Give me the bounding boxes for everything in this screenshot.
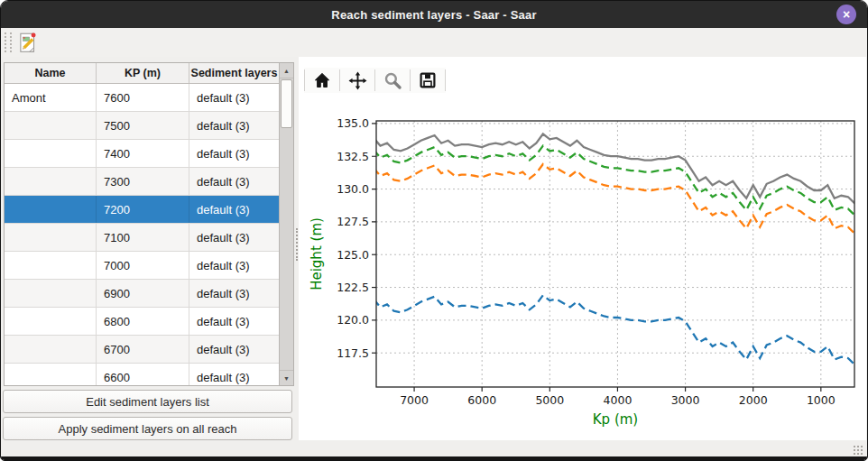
notepad-pencil-icon bbox=[16, 31, 40, 54]
cell-layers: default (3) bbox=[189, 280, 279, 307]
cell-kp: 6700 bbox=[97, 336, 189, 363]
svg-text:120.0: 120.0 bbox=[337, 313, 369, 327]
cell-kp: 7400 bbox=[97, 140, 189, 167]
close-button[interactable]: × bbox=[836, 5, 856, 24]
svg-text:135.0: 135.0 bbox=[337, 116, 369, 130]
cell-name bbox=[5, 112, 97, 139]
cell-layers: default (3) bbox=[189, 196, 279, 223]
table-row[interactable]: 7100default (3) bbox=[5, 223, 279, 251]
scroll-up-icon: ▲ bbox=[283, 68, 290, 74]
cell-name bbox=[5, 196, 97, 223]
table-row[interactable]: 6800default (3) bbox=[5, 307, 279, 335]
svg-text:117.5: 117.5 bbox=[337, 346, 369, 360]
svg-text:122.5: 122.5 bbox=[337, 281, 369, 294]
svg-text:5000: 5000 bbox=[535, 393, 564, 407]
cell-kp: 6600 bbox=[97, 364, 189, 385]
svg-text:6000: 6000 bbox=[467, 393, 496, 407]
cell-name bbox=[5, 336, 97, 363]
reach-sediment-layers-window: Reach sediment layers - Saar - Saar × Na… bbox=[0, 0, 868, 461]
cell-kp: 7600 bbox=[97, 84, 189, 111]
cell-layers: default (3) bbox=[189, 168, 279, 195]
main-toolbar bbox=[1, 28, 867, 57]
table-row[interactable]: 7300default (3) bbox=[5, 167, 279, 195]
window-title: Reach sediment layers - Saar - Saar bbox=[331, 8, 536, 22]
edit-sediment-tool-button[interactable] bbox=[15, 30, 41, 55]
scrollbar-down-button[interactable]: ▼ bbox=[280, 370, 293, 385]
svg-text:130.0: 130.0 bbox=[337, 182, 369, 196]
cell-kp: 6900 bbox=[97, 280, 189, 307]
titlebar[interactable]: Reach sediment layers - Saar - Saar × bbox=[1, 1, 867, 28]
figure-canvas: 7000600050004000300020001000135.0132.513… bbox=[299, 57, 866, 440]
cell-layers: default (3) bbox=[189, 84, 279, 111]
window-resize-grip[interactable] bbox=[853, 445, 863, 455]
plot-pan-button[interactable] bbox=[340, 68, 374, 93]
cell-name bbox=[5, 140, 97, 167]
svg-text:4000: 4000 bbox=[604, 393, 633, 407]
table-header: Name KP (m) Sediment layers bbox=[5, 63, 279, 84]
table-row[interactable]: 6600default (3) bbox=[5, 363, 279, 385]
cell-name bbox=[5, 308, 97, 335]
cell-name bbox=[5, 224, 97, 251]
pan-icon bbox=[348, 71, 367, 90]
cell-layers: default (3) bbox=[189, 364, 279, 385]
cell-name bbox=[5, 280, 97, 307]
cell-kp: 7500 bbox=[97, 112, 189, 139]
toolbar-drag-handle[interactable] bbox=[5, 32, 12, 52]
table-row[interactable]: Amont7600default (3) bbox=[5, 84, 279, 111]
cell-name bbox=[5, 364, 97, 385]
cell-layers: default (3) bbox=[189, 224, 279, 251]
cell-name bbox=[5, 252, 97, 279]
plot-toolbar bbox=[304, 68, 446, 93]
cell-layers: default (3) bbox=[189, 336, 279, 363]
sediment-table-rows: Amont7600default (3)7500default (3)7400d… bbox=[5, 84, 279, 385]
table-row[interactable]: 6900default (3) bbox=[5, 279, 279, 307]
edit-sediment-layers-list-button[interactable]: Edit sediment layers list bbox=[3, 390, 292, 413]
apply-sediment-layers-button[interactable]: Apply sediment layers on all reach bbox=[3, 417, 292, 440]
column-header-name[interactable]: Name bbox=[5, 63, 97, 83]
cell-kp: 7000 bbox=[97, 252, 189, 279]
cell-layers: default (3) bbox=[189, 308, 279, 335]
table-row[interactable]: 6700default (3) bbox=[5, 335, 279, 363]
svg-text:132.5: 132.5 bbox=[337, 150, 369, 163]
cell-kp: 7300 bbox=[97, 168, 189, 195]
svg-text:Kp (m): Kp (m) bbox=[593, 411, 638, 428]
svg-text:3000: 3000 bbox=[671, 393, 700, 407]
column-header-sediment-layers[interactable]: Sediment layers bbox=[189, 63, 279, 83]
home-icon bbox=[313, 71, 331, 89]
scrollbar-up-button[interactable]: ▲ bbox=[280, 63, 293, 78]
table-row[interactable]: 7000default (3) bbox=[5, 251, 279, 279]
magnifier-icon bbox=[383, 71, 402, 90]
svg-text:7000: 7000 bbox=[400, 393, 429, 407]
plot-save-button[interactable] bbox=[411, 68, 445, 93]
close-icon: × bbox=[843, 7, 850, 22]
cell-name bbox=[5, 168, 97, 195]
table-row[interactable]: 7500default (3) bbox=[5, 111, 279, 139]
plot-zoom-button[interactable] bbox=[375, 68, 410, 93]
cell-layers: default (3) bbox=[189, 112, 279, 139]
table-row[interactable]: 7400default (3) bbox=[5, 139, 279, 167]
panel-splitter-handle[interactable] bbox=[296, 228, 298, 261]
cell-layers: default (3) bbox=[189, 252, 279, 279]
svg-text:1000: 1000 bbox=[807, 393, 836, 407]
column-header-kp[interactable]: KP (m) bbox=[97, 63, 189, 83]
profile-chart: 7000600050004000300020001000135.0132.513… bbox=[299, 57, 866, 440]
plot-home-button[interactable] bbox=[305, 68, 339, 93]
save-icon bbox=[419, 71, 437, 89]
cell-layers: default (3) bbox=[189, 140, 279, 167]
cell-kp: 7100 bbox=[97, 224, 189, 251]
svg-text:Height (m): Height (m) bbox=[309, 217, 325, 290]
cell-kp: 6800 bbox=[97, 308, 189, 335]
svg-text:127.5: 127.5 bbox=[337, 215, 369, 228]
svg-text:125.0: 125.0 bbox=[337, 248, 369, 262]
sediment-layers-table: Name KP (m) Sediment layers Amont7600def… bbox=[4, 62, 294, 386]
window-bottom-edge bbox=[1, 456, 867, 460]
scroll-down-icon: ▼ bbox=[283, 375, 290, 382]
cell-name: Amont bbox=[5, 84, 97, 111]
scrollbar-thumb[interactable] bbox=[281, 79, 292, 128]
svg-text:2000: 2000 bbox=[739, 393, 768, 407]
cell-kp: 7200 bbox=[97, 196, 189, 223]
table-row[interactable]: 7200default (3) bbox=[5, 195, 279, 223]
table-grid: Name KP (m) Sediment layers Amont7600def… bbox=[5, 63, 279, 385]
table-scrollbar[interactable]: ▲ ▼ bbox=[279, 63, 293, 385]
